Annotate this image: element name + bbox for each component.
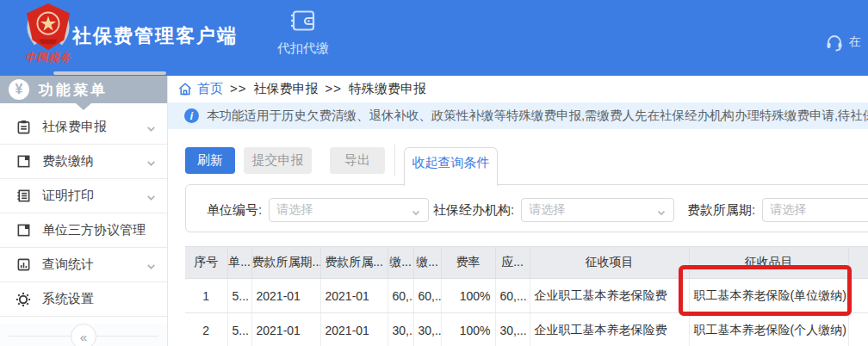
table-cell: 1 — [185, 279, 227, 313]
sidebar-header-pointer — [76, 103, 91, 110]
online-service-label: 在 — [849, 34, 861, 50]
filter-agency: 社保经办机构:请选择 — [433, 198, 674, 222]
book-icon — [16, 223, 31, 238]
sidebar: ¥ 功能菜单 社保费申报费款缴纳证明打印单位三方协议管理查询统计系统设置 « — [0, 76, 168, 346]
column-header: 征收品目 — [689, 247, 848, 279]
yen-icon: ¥ — [9, 79, 29, 100]
info-icon: i — [184, 108, 199, 123]
table-cell: 2021-01 — [251, 279, 320, 313]
tax-emblem-icon — [23, 3, 73, 51]
sidebar-item-label: 单位三方协议管理 — [42, 222, 146, 238]
sidebar-item-payment[interactable]: 费款缴纳 — [0, 145, 167, 179]
breadcrumb-item[interactable]: 社保费申报 — [254, 81, 319, 96]
sidebar-title: 功能菜单 — [39, 80, 108, 100]
select-placeholder: 请选择 — [529, 202, 565, 218]
table-cell — [848, 279, 868, 313]
sidebar-menu: 社保费申报费款缴纳证明打印单位三方协议管理查询统计系统设置 — [0, 110, 167, 317]
table-cell: 30,... — [388, 313, 413, 346]
export-button[interactable]: 导出 — [330, 147, 385, 174]
breadcrumb-trail: >>社保费申报>>特殊缴费申报 — [223, 81, 426, 97]
table-cell: 企业职工基本养老保险费 — [530, 313, 689, 346]
document-icon — [16, 188, 31, 204]
column-header: 缴... — [388, 247, 413, 279]
table-cell: 100% — [441, 279, 495, 313]
sidebar-item-tripartite-agreement[interactable]: 单位三方协议管理 — [0, 213, 167, 248]
table-row[interactable]: 25...2021-012021-0130,...30,...100%30,..… — [185, 313, 868, 346]
agency-label: 社保经办机构: — [433, 202, 514, 219]
table-cell: 职工基本养老保险(单位缴纳) — [689, 279, 848, 313]
sidebar-item-label: 费款缴纳 — [42, 153, 94, 170]
unit-number-select[interactable]: 请选择 — [269, 198, 429, 222]
table-cell: 2021-01 — [320, 313, 388, 346]
app-header: 中国税务 社保费管理客户端 代扣代缴 在 — [0, 0, 868, 76]
book-icon — [16, 154, 31, 170]
nav-withhold-label: 代扣代缴 — [267, 40, 339, 57]
header-scroll-strip — [53, 71, 166, 75]
data-table: 序号单...费款所属期...费款所属...缴...缴...费率应...征收项目征… — [185, 246, 868, 346]
select-placeholder: 请选择 — [276, 202, 313, 218]
chevron-down-icon — [146, 191, 157, 207]
online-service[interactable]: 在 — [825, 33, 861, 52]
chevron-down-icon — [146, 157, 157, 172]
unit-number-label: 单位编号: — [207, 202, 262, 219]
sidebar-item-label: 查询统计 — [42, 256, 94, 273]
column-header: 序号 — [185, 247, 227, 279]
main-content: 首页 >>社保费申报>>特殊缴费申报 i 本功能适用于历史欠费清缴、退休补收、政… — [168, 76, 868, 346]
breadcrumb-separator: >> — [230, 81, 247, 96]
filter-unit-number: 单位编号:请选择 — [207, 198, 429, 222]
gear-icon — [16, 292, 31, 307]
breadcrumb-home[interactable]: 首页 — [197, 81, 223, 97]
chevron-down-icon — [656, 206, 666, 221]
column-header: 费款所属... — [320, 247, 388, 279]
table-cell: 5... — [227, 279, 251, 313]
column-header: 费款所属期... — [251, 247, 320, 279]
sidebar-footer: « — [0, 324, 167, 346]
table-cell: 企业职工基本养老保险费 — [530, 279, 689, 313]
app-title: 社保费管理客户端 — [72, 23, 238, 49]
wallet-icon — [289, 9, 317, 33]
sidebar-collapse-button[interactable]: « — [71, 324, 96, 346]
logo-caption: 中国税务 — [17, 51, 79, 65]
column-header: 征收项目 — [530, 247, 689, 279]
table-cell: 职工基本养老保险(个人缴纳) — [689, 313, 848, 346]
agency-select[interactable]: 请选择 — [521, 198, 674, 222]
sidebar-item-label: 社保费申报 — [42, 119, 107, 135]
table-header-row: 序号单...费款所属期...费款所属...缴...缴...费率应...征收项目征… — [185, 247, 868, 279]
table-cell: 60,... — [413, 279, 441, 313]
sidebar-item-certificate-print[interactable]: 证明打印 — [0, 179, 167, 213]
nav-withhold-remit[interactable]: 代扣代缴 — [267, 9, 339, 57]
breadcrumb: 首页 >>社保费申报>>特殊缴费申报 — [168, 76, 868, 102]
fee-period-select[interactable]: 请选择 — [762, 198, 868, 222]
headset-icon — [825, 33, 844, 52]
tax-emblem-logo: 中国税务 — [17, 3, 79, 65]
column-header: 应... — [495, 247, 530, 279]
sidebar-item-system-settings[interactable]: 系统设置 — [0, 282, 167, 317]
table-cell: 2 — [185, 313, 227, 346]
sidebar-item-query-statistics[interactable]: 查询统计 — [0, 248, 167, 282]
chevron-down-icon — [146, 122, 157, 138]
sidebar-item-label: 系统设置 — [42, 291, 94, 307]
collapse-query-tab[interactable]: 收起查询条件 — [404, 147, 498, 186]
refresh-button[interactable]: 刷新 — [185, 147, 235, 174]
table-cell: 5... — [227, 313, 251, 346]
chevron-down-icon — [411, 206, 421, 221]
sidebar-header: ¥ 功能菜单 — [0, 76, 167, 103]
table-cell: 60,... — [495, 279, 530, 313]
clipboard-icon — [16, 120, 31, 135]
chart-icon — [16, 257, 31, 273]
table-cell: 100% — [441, 313, 495, 346]
sidebar-item-label: 证明打印 — [42, 188, 94, 204]
submit-declaration-button[interactable]: 提交申报 — [244, 147, 312, 174]
table-row[interactable]: 15...2021-012021-0160,...60,...100%60,..… — [185, 279, 868, 313]
column-header: 费率 — [441, 247, 495, 279]
sidebar-item-declare[interactable]: 社保费申报 — [0, 110, 167, 145]
table-cell: 2021-01 — [251, 313, 320, 346]
table-cell — [848, 313, 868, 346]
filter-fee-period: 费款所属期:请选择 — [687, 198, 868, 222]
table-cell: 30,... — [413, 313, 441, 346]
table-cell: 30,... — [495, 313, 530, 346]
chevron-down-icon — [146, 260, 157, 275]
breadcrumb-item[interactable]: 特殊缴费申报 — [349, 81, 426, 96]
notice-text: 本功能适用于历史欠费清缴、退休补收、政策性补缴等特殊缴费申报,需缴费人先在社保经… — [207, 108, 868, 124]
fee-period-label: 费款所属期: — [687, 202, 755, 219]
